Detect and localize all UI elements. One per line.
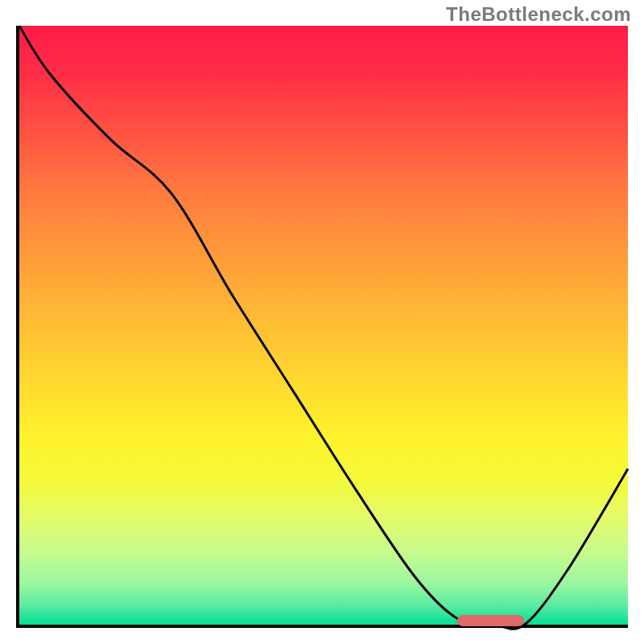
curve-path [19, 26, 628, 629]
optimal-range-marker [457, 615, 524, 626]
watermark-text: TheBottleneck.com [446, 3, 631, 26]
bottleneck-curve [19, 26, 628, 625]
chart-area [16, 26, 628, 628]
